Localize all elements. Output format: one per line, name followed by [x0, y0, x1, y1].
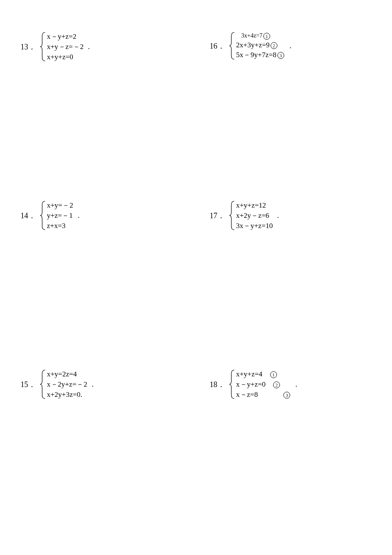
equation-text: z+x=3 [47, 222, 66, 230]
trailing-period: ． [89, 379, 96, 389]
equations: x－y+z=2x+y－z=－2x+y+z=0 [46, 32, 84, 62]
equation-text: x+y+z=12 [236, 201, 266, 209]
circled-number-icon: 3 [283, 392, 290, 399]
trailing-period: ． [274, 211, 282, 220]
equation-text: x－y+z=2 [47, 32, 76, 40]
equation-line: 2x+3y+z=92 [236, 40, 285, 50]
problem-number: 15． [20, 379, 36, 390]
equation-system: x+y=2z=4x－2y+z=－2x+2y+3z=0. [40, 369, 87, 399]
equation-text: y+z=－1 [47, 211, 73, 220]
equation-line: x+y+z=12 [236, 200, 273, 211]
circled-number-icon: 3 [277, 52, 284, 59]
equation-text: x+y+z=4 [236, 370, 262, 378]
brace-icon [229, 200, 235, 231]
equation-system: x+y+z=12x+2y－z=63x－y+z=10 [229, 200, 273, 231]
equation-system: 3x+4z=712x+3y+z=925x－9y+7z=83 [229, 32, 285, 60]
equation-line: 3x+4z=71 [236, 32, 285, 40]
equation-text: x+y=－2 [47, 201, 73, 209]
circled-number-icon: 2 [271, 42, 277, 49]
equation-text: x－z=8 [236, 390, 258, 399]
equation-line: x+y=－2 [47, 200, 73, 211]
problem-15: 15． x+y=2z=4x－2y+z=－2x+2y+3z=0. ． [20, 369, 96, 399]
equation-system: x－y+z=2x+y－z=－2x+y+z=0 [40, 32, 84, 62]
equation-text: 5x－9y+7z=8 [236, 51, 277, 59]
equation-system: x+y=－2y+z=－1z+x=3 [40, 200, 73, 231]
equation-line: 3x－y+z=10 [236, 221, 273, 231]
equation-line: x+y－z=－2 [47, 42, 84, 52]
problem-14: 14． x+y=－2y+z=－1z+x=3 ． [20, 200, 82, 231]
problem-number: 17． [210, 211, 225, 221]
equation-line: z+x=3 [47, 221, 73, 231]
trailing-period: ． [287, 41, 294, 51]
equation-system: x+y+z=41x－y+z=02x－z=83 [229, 369, 291, 399]
problem-13: 13． x－y+z=2x+y－z=－2x+y+z=0 ． [20, 32, 92, 62]
equation-line: x－y+z=2 [47, 32, 84, 42]
equation-text: 3x+4z=7 [241, 32, 262, 39]
equation-text: x+2y+3z=0. [47, 390, 82, 399]
problem-18: 18． x+y+z=41x－y+z=02x－z=83 ． [210, 369, 300, 399]
equation-text: x+2y－z=6 [236, 211, 269, 220]
problem-number: 14． [20, 211, 36, 221]
circled-number-icon: 1 [270, 371, 277, 378]
brace-icon [229, 369, 235, 399]
equations: x+y=2z=4x－2y+z=－2x+2y+3z=0. [46, 369, 87, 399]
equation-text: 3x－y+z=10 [236, 222, 273, 230]
trailing-period: ． [85, 42, 92, 52]
circled-number-icon: 2 [273, 382, 280, 388]
equation-text: x+y－z=－2 [47, 43, 84, 51]
brace-icon [40, 200, 46, 231]
equation-line: x+y+z=41 [236, 369, 291, 379]
problem-17: 17． x+y+z=12x+2y－z=63x－y+z=10 ． [210, 200, 282, 231]
problem-number: 13． [20, 42, 36, 52]
equation-text: x－y+z=0 [236, 380, 265, 388]
circled-number-icon: 1 [263, 33, 270, 40]
equation-line: y+z=－1 [47, 211, 73, 221]
equation-text: 2x+3y+z=9 [236, 41, 270, 49]
equation-line: x－2y+z=－2 [47, 379, 87, 390]
equation-text: x+y=2z=4 [47, 370, 77, 378]
equation-text: x－2y+z=－2 [47, 380, 87, 388]
equation-line: 5x－9y+7z=83 [236, 50, 285, 60]
equations: x+y+z=41x－y+z=02x－z=83 [235, 369, 291, 399]
equation-line: x－y+z=02 [236, 379, 291, 390]
equations: x+y=－2y+z=－1z+x=3 [46, 200, 73, 231]
brace-icon [40, 32, 46, 62]
equations: 3x+4z=712x+3y+z=925x－9y+7z=83 [235, 32, 285, 60]
equation-line: x+2y－z=6 [236, 211, 273, 221]
trailing-period: ． [293, 379, 300, 389]
brace-icon [40, 369, 46, 399]
problem-number: 16． [210, 41, 225, 51]
brace-icon [229, 32, 235, 60]
problem-16: 16． 3x+4z=712x+3y+z=925x－9y+7z=83 ． [210, 32, 294, 60]
problem-number: 18． [210, 379, 225, 390]
equation-text: x+y+z=0 [47, 53, 73, 61]
equations: x+y+z=12x+2y－z=63x－y+z=10 [235, 200, 273, 231]
trailing-period: ． [75, 211, 82, 220]
equation-line: x－z=83 [236, 390, 291, 400]
equation-line: x+2y+3z=0. [47, 390, 87, 400]
equation-line: x+y=2z=4 [47, 369, 87, 379]
equation-line: x+y+z=0 [47, 52, 84, 62]
